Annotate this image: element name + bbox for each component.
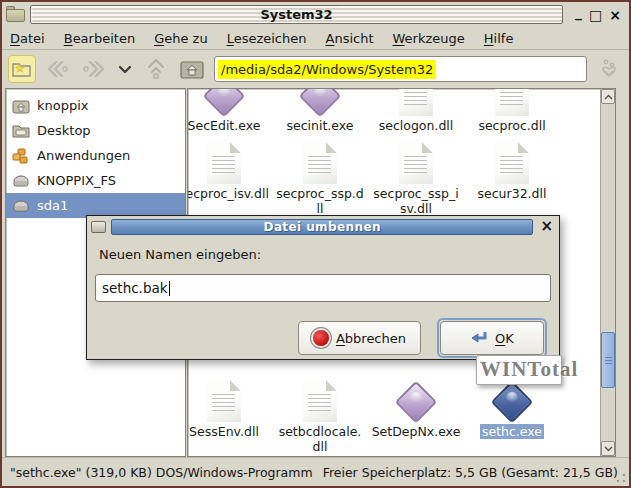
menubar: Datei Bearbeiten Gehe zu Lesezeichen Ans… [2, 27, 629, 50]
maximize-button[interactable]: □ [589, 6, 602, 24]
sidebar-item-label: knoppix [37, 98, 89, 113]
sidebar-item-label: Anwendungen [37, 148, 130, 163]
title-area: System32 [30, 5, 563, 24]
file-name: secproc_isv.dll [187, 186, 269, 201]
file-item[interactable]: seclogon.dll [368, 88, 464, 133]
chevron-up-icon [604, 94, 613, 100]
file-name: sethc.exe [480, 424, 544, 439]
cancel-button[interactable]: Abbrechen [298, 321, 421, 355]
file-row: SessEnv.dll setbcdlocale.dll SetDepNx.ex… [187, 379, 560, 454]
file-name: SetDepNx.exe [372, 424, 461, 439]
drive-icon [12, 173, 30, 189]
menu-ansicht[interactable]: Ansicht [326, 31, 374, 46]
close-button[interactable]: × [609, 6, 621, 24]
drive-icon [12, 198, 30, 214]
file-name: secinit.exe [287, 118, 354, 133]
scroll-up-button[interactable] [601, 89, 615, 104]
window-title: System32 [254, 6, 338, 23]
vertical-scrollbar[interactable] [600, 89, 615, 456]
file-name: secproc.dll [478, 118, 545, 133]
sidebar-item-label: Desktop [37, 123, 91, 138]
ok-button[interactable]: OK [440, 321, 544, 355]
dialog-titlebar[interactable]: Datei umbennen × [87, 216, 559, 237]
file-item[interactable]: secproc_isv.dll [187, 141, 272, 216]
file-name: SessEnv.dll [189, 424, 259, 439]
file-item[interactable]: SessEnv.dll [187, 379, 272, 454]
resize-grip[interactable] [615, 472, 627, 484]
file-row: secproc_isv.dll secproc_ssp.dll secproc_… [187, 141, 560, 216]
file-item[interactable]: secinit.exe [272, 88, 368, 133]
jump-to-button[interactable] [595, 55, 623, 83]
dll-file-icon [399, 88, 433, 116]
sidebar-item-knoppix[interactable]: knoppix [6, 93, 185, 118]
file-item[interactable]: secproc_ssp.dll [272, 141, 368, 216]
file-name: secproc_ssp_isv.dll [371, 186, 461, 216]
file-manager-window: System32 _ □ × Datei Bearbeiten Gehe zu … [0, 0, 631, 488]
dialog-close-button[interactable]: × [538, 219, 555, 234]
menu-gehe-zu[interactable]: Gehe zu [154, 31, 208, 46]
file-name: secproc_ssp.dll [275, 186, 365, 216]
back-button[interactable] [44, 55, 72, 83]
file-item[interactable]: setbcdlocale.dll [272, 379, 368, 454]
jump-to-icon [598, 58, 620, 80]
scroll-down-button[interactable] [601, 441, 615, 456]
address-bar[interactable]: /media/sda2/Windows/System32 [214, 56, 587, 82]
up-button[interactable] [142, 55, 170, 83]
cancel-button-label: Abbrechen [336, 331, 406, 346]
file-name: seclogon.dll [379, 118, 454, 133]
file-item-selected[interactable]: sethc.exe [464, 379, 560, 454]
file-item[interactable]: SecEdit.exe [187, 88, 272, 133]
stop-icon [313, 330, 329, 346]
sidebar-item-label: KNOPPIX_FS [37, 173, 116, 188]
file-name: secur32.dll [478, 186, 547, 201]
svg-text:★: ★ [15, 62, 25, 75]
exe-file-icon [299, 88, 341, 117]
history-dropdown-button[interactable] [116, 55, 134, 83]
dll-file-icon [495, 88, 529, 116]
folder-star-icon: ★ [11, 59, 33, 79]
statusbar: "sethc.exe" (319,0 KB) DOS/Windows-Progr… [2, 457, 629, 486]
dll-file-icon [399, 142, 433, 184]
dialog-window-icon [91, 221, 106, 233]
chevron-down-icon [118, 65, 132, 74]
forward-button[interactable] [80, 55, 108, 83]
menu-hilfe[interactable]: Hilfe [484, 31, 514, 46]
menu-werkzeuge[interactable]: Werkzeuge [393, 31, 465, 46]
forward-arrow-icon [82, 60, 106, 78]
menu-datei[interactable]: Datei [10, 31, 45, 46]
rename-input[interactable]: sethc.bak [95, 274, 551, 302]
desktop-folder-icon [12, 123, 30, 139]
menu-bearbeiten[interactable]: Bearbeiten [64, 31, 135, 46]
minimize-button[interactable]: _ [575, 3, 582, 21]
address-text: /media/sda2/Windows/System32 [218, 60, 436, 79]
chevron-down-icon [604, 446, 613, 452]
sidebar-item-desktop[interactable]: Desktop [6, 118, 185, 143]
wintotal-watermark: WINTotal [470, 351, 600, 389]
dialog-prompt-label: Neuen Namen eingeben: [99, 247, 559, 262]
watermark-text: WINTotal [480, 357, 578, 382]
exe-file-icon [203, 88, 245, 117]
up-arrow-icon [146, 58, 166, 80]
file-item[interactable]: SetDepNx.exe [368, 379, 464, 454]
back-arrow-icon [46, 60, 70, 78]
dll-file-icon [303, 380, 337, 422]
file-row: SecEdit.exe secinit.exe seclogon.dll sec… [187, 88, 560, 133]
file-item[interactable]: secproc.dll [464, 88, 560, 133]
sidebar-item-label: sda1 [37, 198, 68, 213]
home-button[interactable] [178, 55, 206, 83]
status-file-info: "sethc.exe" (319,0 KB) DOS/Windows-Progr… [10, 465, 313, 480]
sidebar-item-anwendungen[interactable]: Anwendungen [6, 143, 185, 168]
applications-icon [12, 148, 30, 164]
file-item[interactable]: secproc_ssp_isv.dll [368, 141, 464, 216]
rename-dialog: Datei umbennen × Neuen Namen eingeben: s… [86, 215, 560, 360]
scrollbar-thumb[interactable] [601, 332, 615, 388]
file-item[interactable]: secur32.dll [464, 141, 560, 216]
exe-file-icon [395, 381, 437, 423]
home-folder-icon [12, 98, 30, 114]
new-window-button[interactable]: ★ [8, 55, 36, 83]
window-folder-icon [6, 6, 26, 23]
sidebar-item-knoppix-fs[interactable]: KNOPPIX_FS [6, 168, 185, 193]
status-free-space: Freier Speicherplatz: 5,5 GB (Gesamt: 21… [323, 465, 618, 480]
menu-lesezeichen[interactable]: Lesezeichen [227, 31, 307, 46]
titlebar[interactable]: System32 _ □ × [2, 2, 629, 27]
